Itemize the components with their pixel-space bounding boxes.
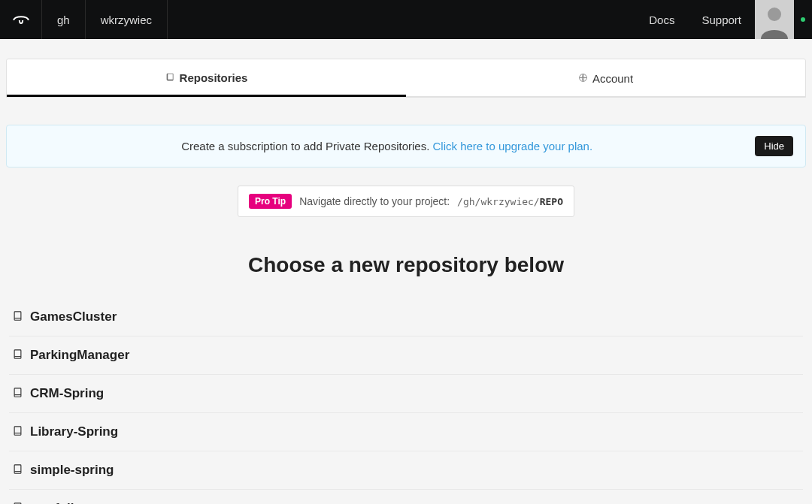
repo-item[interactable]: portfolio <box>9 490 803 504</box>
repo-icon <box>12 464 23 477</box>
pro-tip-path-repo: REPO <box>540 196 563 207</box>
alert-text-prefix: Create a subscription to add Private Rep… <box>181 140 432 152</box>
repo-name: ParkingManager <box>30 348 129 363</box>
pro-tip-badge: Pro Tip <box>249 194 292 209</box>
page-heading: Choose a new repository below <box>6 253 806 277</box>
tab-account-label: Account <box>592 72 633 85</box>
repo-item[interactable]: GamesCluster <box>9 298 803 337</box>
globe-icon <box>578 73 588 85</box>
repo-icon <box>12 311 23 324</box>
tab-repositories[interactable]: Repositories <box>7 59 406 97</box>
breadcrumb-user[interactable]: wkrzywiec <box>86 0 168 39</box>
svg-point-1 <box>768 8 781 21</box>
repo-item[interactable]: CRM-Spring <box>9 375 803 413</box>
pro-tip-box: Pro Tip Navigate directly to your projec… <box>238 186 574 217</box>
top-bar: gh wkrzywiec Docs Support <box>0 0 812 39</box>
hide-button[interactable]: Hide <box>755 136 793 156</box>
repo-icon <box>12 388 23 400</box>
tab-repositories-label: Repositories <box>180 71 248 84</box>
repo-name: CRM-Spring <box>30 386 104 401</box>
alert-text: Create a subscription to add Private Rep… <box>19 140 755 152</box>
nav-support[interactable]: Support <box>688 0 755 39</box>
avatar[interactable] <box>755 0 794 39</box>
svg-rect-3 <box>14 311 21 319</box>
repo-name: GamesCluster <box>30 309 117 324</box>
repo-name: Library-Spring <box>30 424 118 439</box>
repo-icon <box>12 349 23 362</box>
repo-list: GamesClusterParkingManagerCRM-SpringLibr… <box>6 298 806 504</box>
pro-tip-path: /gh/wkrzywiec/REPO <box>457 196 563 207</box>
upgrade-alert: Create a subscription to add Private Rep… <box>6 125 806 167</box>
svg-rect-11 <box>14 464 21 472</box>
pro-tip-path-prefix: /gh/wkrzywiec/ <box>457 196 540 207</box>
pro-tip-text: Navigate directly to your project: <box>299 195 450 207</box>
repo-item[interactable]: Library-Spring <box>9 413 803 451</box>
repo-item[interactable]: simple-spring <box>9 451 803 490</box>
repo-item[interactable]: ParkingManager <box>9 337 803 375</box>
nav-docs[interactable]: Docs <box>635 0 688 39</box>
tabs-card: Repositories Account <box>6 59 806 98</box>
upgrade-link[interactable]: Click here to upgrade your plan. <box>432 140 592 152</box>
breadcrumb-gh[interactable]: gh <box>42 0 86 39</box>
repo-name: simple-spring <box>30 463 114 478</box>
repo-icon <box>12 426 23 439</box>
svg-rect-7 <box>14 388 21 396</box>
svg-rect-5 <box>14 349 21 358</box>
logo-icon[interactable] <box>0 0 42 39</box>
svg-rect-9 <box>14 426 21 434</box>
status-indicator <box>794 0 812 39</box>
book-icon <box>165 72 175 84</box>
tab-account[interactable]: Account <box>406 59 805 97</box>
repo-name: portfolio <box>30 501 82 504</box>
